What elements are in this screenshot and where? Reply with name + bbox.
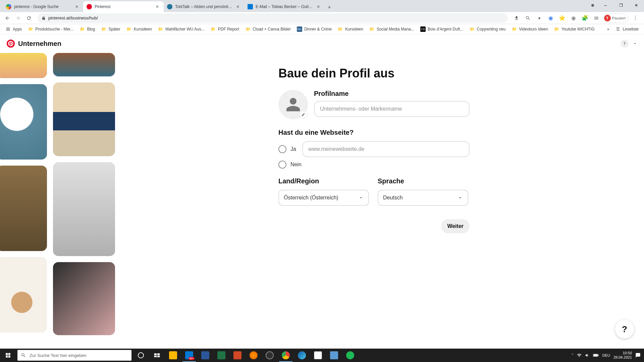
folder-icon: 📁 — [245, 26, 251, 32]
mail-icon[interactable]: 99+ — [181, 349, 197, 362]
bookmark-overflow[interactable]: » — [604, 25, 612, 33]
next-button[interactable]: Weiter — [441, 219, 470, 233]
new-tab-button[interactable]: + — [325, 3, 334, 12]
pin-image — [53, 162, 115, 256]
bookmark-item[interactable]: 📁Produktsuche - Mer... — [25, 25, 76, 33]
forward-button[interactable] — [13, 13, 23, 23]
wifi-icon[interactable] — [577, 353, 582, 358]
browser-tab-2[interactable]: TobiTalk – Aktien und persönlich… ✕ — [164, 1, 244, 12]
browser-tab-1[interactable]: Pinterest ✕ — [83, 1, 164, 12]
volume-icon[interactable] — [585, 353, 590, 358]
pinterest-logo-icon[interactable] — [7, 40, 15, 48]
folder-icon: 📁 — [126, 26, 132, 32]
language-indicator[interactable]: DEU — [602, 353, 610, 357]
radio-no[interactable] — [278, 161, 286, 169]
star-icon[interactable] — [535, 13, 544, 23]
folder-icon: 📁 — [512, 26, 517, 32]
folder-icon: 📁 — [338, 26, 343, 32]
bookmark-item[interactable]: 📁Kursideen — [124, 25, 155, 33]
extension-icon-3[interactable]: ◉ — [569, 13, 578, 23]
browser-menu-button[interactable]: ⋮ — [631, 13, 640, 23]
bookmark-item[interactable]: DCDinner & Crime — [294, 25, 334, 33]
address-bar[interactable]: pinterest.at/business/hub/ — [38, 13, 508, 23]
extension-icon-4[interactable]: 🧩 — [580, 13, 590, 23]
page-content: Unternehmen T Baue dein — [0, 34, 644, 349]
language-select[interactable]: Deutsch — [378, 190, 468, 206]
chrome-icon[interactable] — [278, 349, 294, 362]
file-explorer-icon[interactable] — [165, 349, 181, 362]
bookmark-item[interactable]: 📁Später — [98, 25, 123, 33]
profile-name-label: Profilname — [314, 90, 470, 98]
bookmark-item[interactable]: 📁Videokurs Ideen — [509, 25, 551, 33]
zoom-icon[interactable] — [523, 13, 533, 23]
extension-icon-2[interactable]: ⭐ — [557, 13, 567, 23]
bookmark-item[interactable]: 📁Blog — [77, 25, 98, 33]
close-icon[interactable]: ✕ — [75, 4, 80, 9]
chevron-down-icon[interactable] — [633, 41, 637, 46]
date-text: 28.04.2021 — [613, 355, 632, 360]
country-select[interactable]: Österreich (Österreich) — [278, 190, 369, 206]
folder-icon: 📁 — [211, 26, 216, 32]
bookmark-label: Leseliste — [623, 27, 639, 32]
bookmark-item[interactable]: CDBois d'Argent Duft... — [418, 25, 466, 33]
edge-icon[interactable] — [294, 349, 310, 362]
edit-icon — [299, 111, 307, 119]
profile-name-input[interactable] — [314, 101, 470, 117]
maximize-button[interactable]: ❐ — [613, 0, 629, 11]
apps-button[interactable]: Apps — [3, 25, 24, 33]
bookmark-item[interactable]: 📁Cload + Canva Bilder — [243, 25, 293, 33]
taskbar-search[interactable]: Zur Suche Text hier eingeben — [17, 350, 131, 361]
bookmark-label: Apps — [13, 27, 22, 32]
spotify-icon[interactable] — [342, 349, 358, 362]
notifications-icon[interactable] — [635, 353, 641, 358]
bookmark-label: Blog — [87, 27, 95, 32]
back-button[interactable] — [3, 13, 12, 23]
lock-icon — [42, 16, 46, 20]
avatar-upload-button[interactable] — [278, 90, 308, 119]
help-button[interactable]: ? — [615, 320, 634, 339]
bookmarks-bar: Apps 📁Produktsuche - Mer... 📁Blog 📁Späte… — [0, 24, 644, 34]
powerpoint-icon[interactable] — [229, 349, 246, 362]
bookmark-item[interactable]: 📁Social Media Mana... — [367, 25, 417, 33]
install-icon[interactable] — [512, 13, 521, 23]
user-avatar[interactable]: T — [621, 40, 629, 48]
tab-title: Pinterest — [95, 4, 153, 9]
word-icon[interactable] — [197, 349, 213, 362]
notepad-icon[interactable] — [310, 349, 326, 362]
reading-list-button[interactable]: ☰ Leseliste — [613, 25, 641, 33]
close-icon[interactable]: ✕ — [236, 4, 241, 9]
cortana-icon[interactable] — [133, 349, 149, 362]
folder-icon: 📁 — [369, 26, 375, 32]
reading-list-icon[interactable] — [592, 13, 601, 23]
close-window-button[interactable]: ✕ — [629, 0, 644, 11]
extension-icon-1[interactable]: ◉ — [546, 13, 555, 23]
obs-icon[interactable] — [262, 349, 278, 362]
minimize-button[interactable]: ─ — [598, 0, 613, 11]
pin-image — [53, 262, 115, 335]
bookmark-item[interactable]: 📁Wahlfächer WU Aus... — [155, 25, 207, 33]
close-icon[interactable]: ✕ — [156, 4, 160, 9]
taskbar-clock[interactable]: 10:50 28.04.2021 — [613, 351, 632, 360]
reload-button[interactable] — [24, 13, 34, 23]
excel-icon[interactable] — [213, 349, 229, 362]
tray-chevron-icon[interactable]: ˄ — [572, 353, 574, 358]
app-icon[interactable] — [326, 349, 342, 362]
bookmark-item[interactable]: 📁Copywriting neu — [467, 25, 508, 33]
pin-image — [53, 53, 115, 76]
site-icon: CD — [420, 26, 426, 32]
website-input[interactable] — [302, 141, 470, 157]
bookmark-item[interactable]: 📁Kursideen — [335, 25, 366, 33]
profile-button[interactable]: T Pausiert — [603, 14, 629, 22]
radio-yes[interactable] — [278, 145, 286, 153]
bookmark-item[interactable]: 📁Youtube WICHTIG — [551, 25, 597, 33]
task-view-icon[interactable] — [149, 349, 165, 362]
battery-icon[interactable] — [593, 353, 599, 357]
pinterest-favicon — [87, 4, 92, 9]
bookmark-item[interactable]: 📁PDF Report — [208, 25, 242, 33]
start-button[interactable] — [0, 349, 16, 362]
windows-taskbar: Zur Suche Text hier eingeben 99+ ˄ DEU 1… — [0, 349, 644, 362]
browser-tab-0[interactable]: pinterest - Google Suche ✕ — [3, 1, 83, 12]
browser-tab-3[interactable]: E-Mail – Tobias Becker – Outlook ✕ — [244, 1, 325, 12]
close-icon[interactable]: ✕ — [317, 4, 321, 9]
firefox-icon[interactable] — [246, 349, 262, 362]
